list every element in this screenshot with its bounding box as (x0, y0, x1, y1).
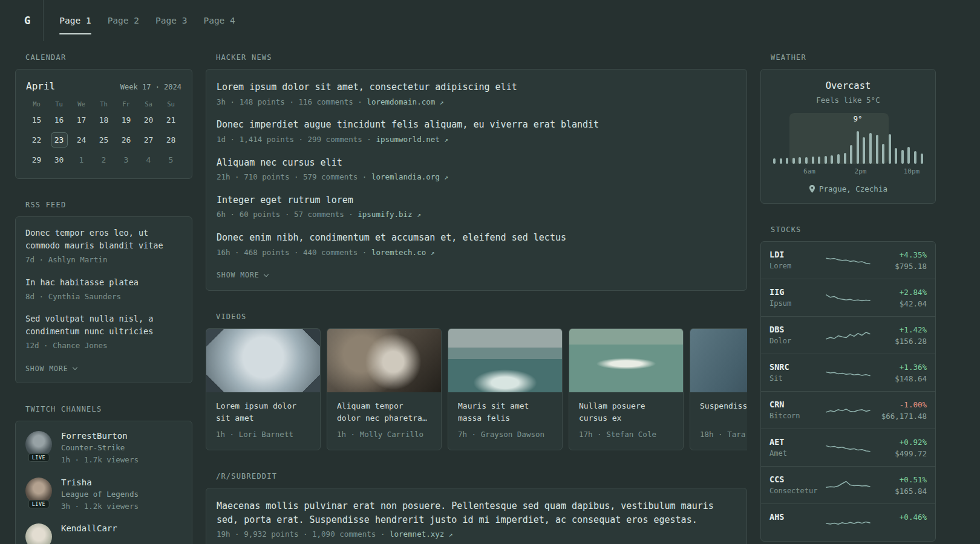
calendar-day[interactable]: 26 (115, 131, 137, 149)
tab-page-4[interactable]: Page 4 (203, 0, 235, 41)
stock-symbol[interactable]: LDI (769, 250, 823, 259)
hn-item-title[interactable]: Aliquam nec cursus elit (217, 156, 736, 170)
reddit-post-source-link[interactable]: loremnet.xyz ↗ (390, 529, 452, 539)
calendar-day[interactable]: 30 (48, 151, 70, 169)
calendar-day[interactable]: 23 (48, 131, 70, 149)
hn-item[interactable]: Donec enim nibh, condimentum et accumsan… (217, 231, 736, 258)
calendar-day[interactable]: 29 (25, 151, 48, 169)
reddit-post-title[interactable]: Maecenas mollis pulvinar erat non posuer… (217, 499, 736, 526)
video-card[interactable]: Suspendisse diam18h · Tara (690, 328, 747, 450)
twitch-channel[interactable]: LIVETrishaLeague of Legends3h · 1.2k vie… (25, 478, 182, 513)
video-title[interactable]: Suspendisse diam (700, 400, 747, 425)
video-title[interactable]: Aliquam tempor dolor nec pharetra… (337, 400, 431, 425)
twitch-channel[interactable]: LIVEForrestBurtonCounter-Strike1h · 1.7k… (25, 431, 182, 466)
hn-item[interactable]: Lorem ipsum dolor sit amet, consectetur … (217, 80, 736, 108)
calendar-day[interactable]: 16 (48, 111, 70, 129)
stock-symbol[interactable]: AET (769, 437, 823, 447)
calendar-day[interactable]: 2 (93, 151, 115, 169)
stock-price: $499.72 (874, 449, 927, 458)
calendar-day[interactable]: 17 (70, 111, 93, 129)
stock-symbol[interactable]: CCS (769, 474, 823, 484)
video-card[interactable]: Mauris sit amet massa felis7h · Grayson … (448, 328, 563, 450)
stock-row[interactable]: CRNBitcorn-1.00%$66,171.48 (761, 391, 935, 429)
avatar (25, 523, 52, 544)
stock-row[interactable]: AETAmet+0.92%$499.72 (761, 429, 935, 466)
video-thumbnail (206, 329, 320, 392)
hn-item-title[interactable]: Donec imperdiet augue tincidunt felis al… (217, 118, 736, 132)
rss-item-title[interactable]: In hac habitasse platea (25, 276, 182, 289)
hn-item-source-link[interactable]: ipsumify.biz ↗ (358, 210, 420, 219)
channel-game[interactable]: Counter-Strike (61, 443, 139, 452)
rss-item[interactable]: Sed volutpat nulla nisl, a condimentum n… (25, 312, 182, 352)
stock-row[interactable]: IIGIpsum+2.84%$42.04 (761, 279, 935, 316)
weather-location[interactable]: Prague, Czechia (771, 184, 926, 193)
hn-item-title[interactable]: Donec enim nibh, condimentum et accumsan… (217, 231, 736, 245)
stock-sparkline (823, 326, 874, 345)
channel-name[interactable]: ForrestBurton (61, 431, 139, 441)
twitch-channel[interactable]: KendallCarr (25, 523, 182, 544)
stock-symbol[interactable]: CRN (769, 400, 823, 409)
stock-symbol[interactable]: DBS (769, 325, 823, 334)
stock-row[interactable]: SNRCSit+1.36%$148.64 (761, 354, 935, 391)
hn-show-more-button[interactable]: SHOW MORE (217, 271, 268, 279)
channel-name[interactable]: KendallCarr (61, 523, 117, 533)
calendar-day[interactable]: 27 (137, 131, 160, 149)
video-title[interactable]: Nullam posuere cursus ex (579, 400, 673, 425)
hn-item[interactable]: Integer eget rutrum lorem6h · 60 points … (217, 193, 736, 221)
rss-item-title[interactable]: Sed volutpat nulla nisl, a condimentum n… (25, 312, 182, 338)
channel-name[interactable]: Trisha (61, 478, 139, 487)
hn-item-source-link[interactable]: ipsumworld.net ↗ (376, 135, 448, 144)
calendar-day[interactable]: 21 (160, 111, 182, 129)
rss-show-more-button[interactable]: SHOW MORE (25, 364, 77, 373)
calendar-day[interactable]: 25 (93, 131, 115, 149)
video-card[interactable]: Lorem ipsum dolor sit amet consectetu…1h… (206, 328, 321, 450)
hn-item-source-link[interactable]: loremtech.co ↗ (371, 248, 434, 257)
calendar-day[interactable]: 22 (25, 131, 48, 149)
hn-item-title[interactable]: Integer eget rutrum lorem (217, 193, 736, 207)
tab-page-2[interactable]: Page 2 (108, 0, 139, 41)
stock-price: $165.84 (874, 487, 927, 496)
calendar-month[interactable]: April (26, 80, 55, 92)
weather-bar (921, 154, 923, 164)
tab-page-3[interactable]: Page 3 (155, 0, 187, 41)
hn-item-title[interactable]: Lorem ipsum dolor sit amet, consectetur … (217, 80, 736, 94)
stock-identity: AETAmet (769, 437, 823, 458)
video-title[interactable]: Mauris sit amet massa felis (458, 400, 552, 425)
calendar-day[interactable]: 18 (93, 111, 115, 129)
calendar-day[interactable]: 28 (160, 131, 182, 149)
video-meta: 1h · Lori Barnett (216, 429, 310, 441)
calendar-day[interactable]: 24 (70, 131, 93, 149)
stock-symbol[interactable]: IIG (769, 287, 823, 297)
calendar-day[interactable]: 4 (137, 151, 160, 169)
subreddit-post-list: Maecenas mollis pulvinar erat non posuer… (217, 499, 736, 540)
stock-row[interactable]: DBSDolor+1.42%$156.28 (761, 316, 935, 354)
calendar-day[interactable]: 3 (115, 151, 137, 169)
video-card[interactable]: Aliquam tempor dolor nec pharetra…1h · M… (327, 328, 442, 450)
app-logo[interactable]: G (24, 0, 44, 41)
stock-row[interactable]: CCSConsectetur+0.51%$165.84 (761, 466, 935, 504)
video-title[interactable]: Lorem ipsum dolor sit amet consectetu… (216, 400, 310, 425)
stock-row[interactable]: AHS+0.46% (761, 504, 935, 541)
stock-name (769, 524, 823, 533)
channel-game[interactable]: League of Legends (61, 490, 139, 499)
tab-page-1[interactable]: Page 1 (59, 0, 91, 41)
calendar-day[interactable]: 20 (137, 111, 160, 129)
calendar-day[interactable]: 19 (115, 111, 137, 129)
hn-item[interactable]: Donec imperdiet augue tincidunt felis al… (217, 118, 736, 145)
rss-item[interactable]: In hac habitasse platea8d · Cynthia Saun… (25, 276, 182, 303)
rss-item[interactable]: Donec tempor eros leo, ut commodo mauris… (25, 227, 182, 266)
stock-symbol[interactable]: SNRC (769, 362, 823, 372)
rss-item-title[interactable]: Donec tempor eros leo, ut commodo mauris… (25, 227, 182, 252)
stock-row[interactable]: LDILorem+4.35%$795.18 (761, 242, 935, 279)
hn-item-source-link[interactable]: loremdomain.com ↗ (367, 97, 443, 106)
video-card[interactable]: Nullam posuere cursus ex17h · Stefan Col… (569, 328, 684, 450)
calendar-day[interactable]: 1 (70, 151, 93, 169)
reddit-post[interactable]: Maecenas mollis pulvinar erat non posuer… (217, 499, 736, 540)
calendar-day[interactable]: 5 (160, 151, 182, 169)
hn-item[interactable]: Aliquam nec cursus elit21h · 710 points … (217, 156, 736, 183)
stock-sparkline (823, 289, 874, 307)
hn-item-source-link[interactable]: loremlandia.org ↗ (371, 172, 448, 181)
stock-symbol[interactable]: AHS (769, 512, 823, 522)
calendar-day[interactable]: 15 (25, 111, 48, 129)
stock-figures: +1.42%$156.28 (874, 325, 927, 346)
